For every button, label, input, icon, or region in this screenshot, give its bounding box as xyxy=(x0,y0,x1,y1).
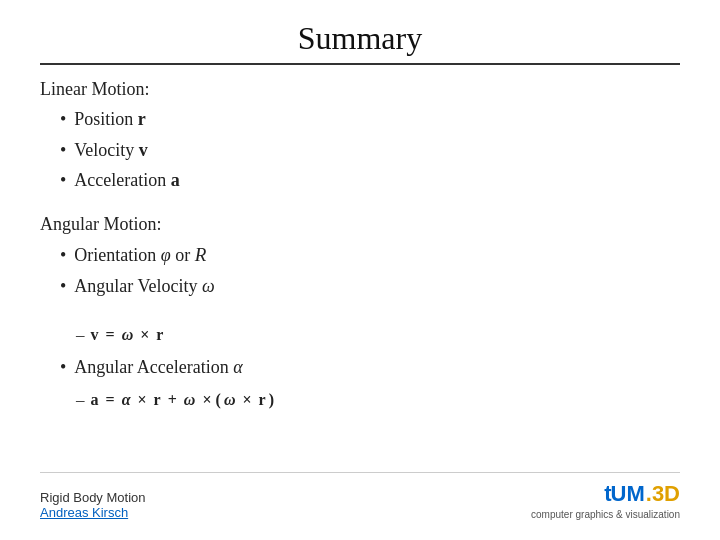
footer-right: t U M . 3D computer graphics & visualiza… xyxy=(531,481,680,520)
angular-accel-list: • Angular Acceleration α xyxy=(40,352,680,383)
item-text: Velocity v xyxy=(74,135,148,166)
angular-motion-list: • Orientation φ or R • Angular Velocity … xyxy=(40,239,680,302)
tum-3d-label: 3D xyxy=(652,481,680,507)
bullet-dot: • xyxy=(60,240,66,271)
item-text: Angular Acceleration α xyxy=(74,352,242,383)
bullet-dot: • xyxy=(60,352,66,383)
linear-motion-header: Linear Motion: xyxy=(40,79,680,100)
author-link[interactable]: Andreas Kirsch xyxy=(40,505,146,520)
footer-sub-label: computer graphics & visualization xyxy=(531,509,680,520)
item-text: Angular Velocity ω xyxy=(74,271,214,302)
angular-motion-header: Angular Motion: xyxy=(40,214,680,235)
title-area: Summary xyxy=(40,20,680,57)
bullet-dot: • xyxy=(60,165,66,196)
list-item: • Acceleration a xyxy=(60,165,680,196)
slide-content: Linear Motion: • Position r • Velocity v… xyxy=(40,79,680,472)
var-r: r xyxy=(138,109,146,129)
list-item: • Angular Acceleration α xyxy=(60,352,680,383)
dash-symbol: – xyxy=(76,320,85,351)
list-item: • Position r xyxy=(60,104,680,135)
var-v: v xyxy=(139,140,148,160)
var-R: R xyxy=(195,244,207,265)
item-text: Acceleration a xyxy=(74,165,179,196)
title-divider xyxy=(40,63,680,65)
bullet-dot: • xyxy=(60,135,66,166)
list-item: • Orientation φ or R xyxy=(60,239,680,271)
slide-footer: Rigid Body Motion Andreas Kirsch t U M .… xyxy=(40,472,680,520)
item-text: Position r xyxy=(74,104,146,135)
var-phi: φ xyxy=(161,245,171,265)
formula-a-eq: a = α × r + ω × ( ω × r ) xyxy=(91,386,275,415)
bullet-dot: • xyxy=(60,271,66,302)
sub-eq-v: – v = ω × r xyxy=(40,320,680,351)
course-title: Rigid Body Motion xyxy=(40,490,146,505)
list-item: • Angular Velocity ω xyxy=(60,271,680,302)
formula-v-eq: v = ω × r xyxy=(91,321,164,350)
tum-m-letter: M xyxy=(626,481,644,507)
var-alpha: α xyxy=(233,357,242,377)
tum-u-letter: U xyxy=(611,481,627,507)
linear-motion-section: Linear Motion: • Position r • Velocity v… xyxy=(40,79,680,214)
footer-left: Rigid Body Motion Andreas Kirsch xyxy=(40,490,146,520)
var-omega: ω xyxy=(202,276,215,296)
list-item: • Velocity v xyxy=(60,135,680,166)
var-a: a xyxy=(171,170,180,190)
dash-symbol: – xyxy=(76,385,85,416)
slide-page: Summary Linear Motion: • Position r • Ve… xyxy=(0,0,720,540)
tum-logo: t U M . 3D xyxy=(604,481,680,507)
angular-motion-section: Angular Motion: • Orientation φ or R • A… xyxy=(40,214,680,416)
item-text: Orientation φ or R xyxy=(74,239,206,271)
linear-motion-list: • Position r • Velocity v • Acceleration… xyxy=(40,104,680,196)
sub-eq-a: – a = α × r + ω × ( ω × r ) xyxy=(40,385,680,416)
bullet-dot: • xyxy=(60,104,66,135)
slide-title: Summary xyxy=(40,20,680,57)
